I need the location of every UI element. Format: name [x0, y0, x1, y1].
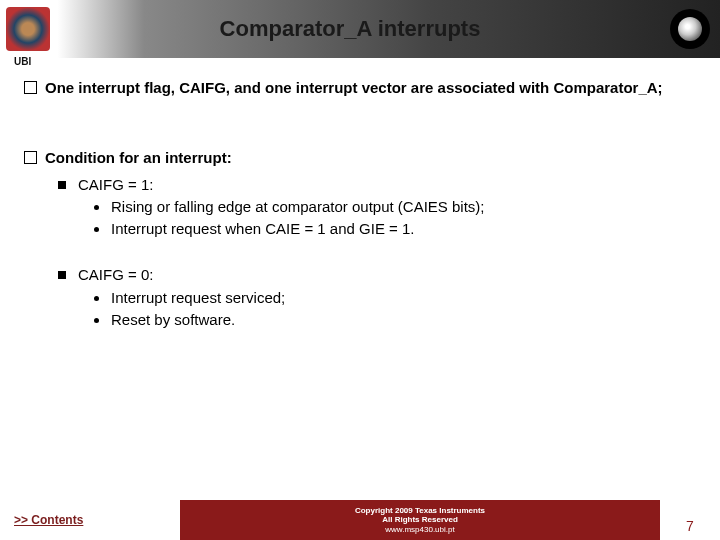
contents-link[interactable]: >> Contents: [0, 500, 180, 540]
bullet-level2: CAIFG = 1:: [24, 175, 696, 195]
square-solid-icon: [58, 271, 66, 279]
bullet-text: CAIFG = 1:: [78, 175, 153, 195]
bullet-level2: CAIFG = 0:: [24, 265, 696, 285]
slide-content: One interrupt flag, CAIFG, and one inter…: [0, 58, 720, 330]
square-outline-icon: [24, 151, 37, 164]
dot-icon: [94, 227, 99, 232]
dot-icon: [94, 205, 99, 210]
square-solid-icon: [58, 181, 66, 189]
bullet-text: Interrupt request serviced;: [111, 288, 285, 308]
bullet-level3: Rising or falling edge at comparator out…: [24, 197, 696, 217]
bullet-text: Rising or falling edge at comparator out…: [111, 197, 485, 217]
square-outline-icon: [24, 81, 37, 94]
bullet-text: CAIFG = 0:: [78, 265, 153, 285]
ubi-label: UBI: [14, 56, 31, 67]
bullet-level3: Reset by software.: [24, 310, 696, 330]
dot-icon: [94, 318, 99, 323]
slide-header: Comparator_A interrupts: [0, 0, 720, 58]
bullet-text: Reset by software.: [111, 310, 235, 330]
bullet-level3: Interrupt request when CAIE = 1 and GIE …: [24, 219, 696, 239]
ti-logo: [670, 9, 710, 49]
copyright-line: Copyright 2009 Texas Instruments: [180, 506, 660, 516]
bullet-text: Condition for an interrupt:: [45, 148, 696, 168]
footer-copyright: Copyright 2009 Texas Instruments All Rig…: [180, 500, 660, 540]
url-line: www.msp430.ubi.pt: [180, 525, 660, 535]
bullet-text: One interrupt flag, CAIFG, and one inter…: [45, 78, 696, 98]
dot-icon: [94, 296, 99, 301]
bullet-text: Interrupt request when CAIE = 1 and GIE …: [111, 219, 415, 239]
bullet-level1: One interrupt flag, CAIFG, and one inter…: [24, 78, 696, 98]
rights-line: All Rights Reserved: [180, 515, 660, 525]
bullet-level3: Interrupt request serviced;: [24, 288, 696, 308]
slide-footer: >> Contents Copyright 2009 Texas Instrum…: [0, 500, 720, 540]
page-number: 7: [660, 500, 720, 540]
slide-title: Comparator_A interrupts: [30, 16, 670, 42]
bullet-level1: Condition for an interrupt:: [24, 148, 696, 168]
